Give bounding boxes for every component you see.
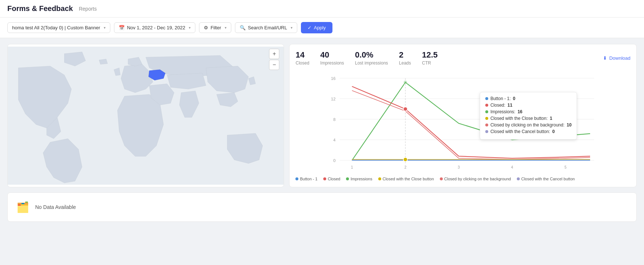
svg-text:3: 3 [458, 165, 460, 169]
page-title: Forms & Feedback [7, 4, 73, 13]
calendar-icon: 📅 [119, 25, 125, 30]
tooltip-dot-closed-bg [485, 124, 488, 126]
tooltip-val-closed: 11 [508, 103, 512, 108]
svg-text:0: 0 [334, 158, 336, 163]
tooltip-val-button: 0 [513, 96, 515, 101]
svg-text:4: 4 [334, 138, 336, 142]
search-icon: 🔍 [240, 25, 246, 30]
legend-button: Button - 1 [295, 177, 317, 181]
tooltip-dot-closed-cancel [485, 130, 488, 133]
tooltip-label-closed-cancel: Closed with the Cancel button: [490, 129, 550, 134]
main-content: + − [0, 38, 644, 228]
breadcrumb[interactable]: Reports [79, 6, 97, 12]
tooltip-dot-button [485, 97, 488, 100]
legend-closed-bg: Closed by clicking on the background [440, 177, 511, 181]
tooltip-label-button: Button - 1: [490, 96, 511, 101]
no-data-panel: 🗂️ No Data Available [7, 192, 637, 222]
svg-point-18 [404, 107, 408, 111]
svg-point-19 [404, 80, 408, 84]
stats-row: 14 Closed 40 Impressions 0.0% Lost impre… [295, 50, 630, 66]
chevron-down-icon: ▾ [291, 26, 292, 30]
checkmark-icon: ✓ [308, 25, 312, 30]
legend-dot-closed [323, 177, 326, 180]
chart-legend: Button - 1 Closed Impressions Closed wit… [295, 177, 630, 181]
chevron-down-icon: ▾ [225, 26, 227, 30]
legend-dot-button [295, 177, 298, 180]
legend-impressions: Impressions [346, 177, 372, 181]
impressions-value: 40 [320, 50, 344, 60]
legend-label-closed: Closed [328, 177, 340, 181]
legend-closed: Closed [323, 177, 340, 181]
stat-closed: 14 Closed [295, 50, 309, 66]
top-row: + − [7, 44, 637, 187]
date-range-selector[interactable]: 📅 Nov 1, 2022 - Dec 19, 2022 ▾ [114, 22, 195, 33]
legend-label-impressions: Impressions [350, 177, 372, 181]
tooltip-label-closed: Closed: [490, 103, 505, 108]
segment-label: homa test All 2(Today 0) | Custom Banner [12, 25, 100, 30]
map-panel: + − [7, 44, 284, 187]
svg-text:1: 1 [351, 165, 353, 169]
zoom-out-button[interactable]: − [269, 60, 279, 70]
tooltip-val-closed-close: 1 [550, 116, 552, 121]
segment-selector[interactable]: homa test All 2(Today 0) | Custom Banner… [7, 22, 110, 33]
tooltip-row-closed-close: Closed with the Close button: 1 [485, 116, 571, 121]
tooltip-row-closed: Closed: 11 [485, 103, 571, 108]
svg-text:4: 4 [511, 165, 514, 169]
legend-label-button: Button - 1 [300, 177, 317, 181]
tooltip-val-closed-cancel: 0 [552, 129, 555, 134]
closed-label: Closed [295, 60, 309, 66]
tooltip-row-button: Button - 1: 0 [485, 96, 571, 101]
chevron-down-icon: ▾ [189, 26, 191, 30]
chart-tooltip: Button - 1: 0 Closed: 11 Impressions: 16 [480, 92, 577, 140]
stat-impressions: 40 Impressions [320, 50, 344, 66]
tooltip-row-impressions: Impressions: 16 [485, 109, 571, 114]
legend-closed-close: Closed with the Close button [378, 177, 434, 181]
svg-text:12: 12 [331, 97, 336, 101]
download-button[interactable]: ⬇ Download [603, 55, 630, 61]
svg-text:16: 16 [331, 76, 336, 81]
no-data-icon: 🗂️ [16, 201, 29, 213]
tooltip-dot-closed [485, 104, 488, 107]
chevron-down-icon: ▾ [104, 26, 106, 30]
legend-label-closed-bg: Closed by clicking on the background [444, 177, 511, 181]
legend-dot-closed-bg [440, 177, 443, 180]
tooltip-dot-closed-close [485, 117, 488, 120]
download-icon: ⬇ [603, 55, 607, 61]
svg-text:5: 5 [564, 165, 567, 169]
lost-impressions-value: 0.0% [355, 50, 388, 60]
ctr-label: CTR [422, 60, 438, 66]
closed-value: 14 [295, 50, 309, 60]
apply-label: Apply [314, 25, 326, 30]
svg-text:2: 2 [405, 165, 407, 169]
world-map [8, 44, 284, 187]
apply-button[interactable]: ✓ Apply [301, 22, 332, 33]
leads-value: 2 [399, 50, 411, 60]
tooltip-label-impressions: Impressions: [490, 109, 515, 114]
chart-panel: 14 Closed 40 Impressions 0.0% Lost impre… [289, 44, 637, 187]
date-range-label: Nov 1, 2022 - Dec 19, 2022 [127, 25, 185, 30]
legend-dot-closed-close [378, 177, 381, 180]
tooltip-label-closed-close: Closed with the Close button: [490, 116, 548, 121]
no-data-text: No Data Available [35, 204, 76, 210]
tooltip-val-closed-bg: 10 [567, 122, 571, 128]
search-selector[interactable]: 🔍 Search Email/URL ▾ [235, 22, 297, 33]
download-label: Download [609, 55, 630, 61]
tooltip-dot-impressions [485, 110, 488, 113]
stat-lost-impressions: 0.0% Lost impressions [355, 50, 388, 66]
ctr-value: 12.5 [422, 50, 438, 60]
lost-impressions-label: Lost impressions [355, 60, 388, 66]
svg-text:8: 8 [334, 117, 336, 122]
filter-selector[interactable]: ⚙ Filter ▾ [199, 22, 231, 33]
chart-area: 16 12 8 4 0 1 2 3 4 5 2 [295, 70, 630, 174]
zoom-in-button[interactable]: + [269, 49, 279, 59]
legend-label-closed-close: Closed with the Close button [383, 177, 434, 181]
tooltip-label-closed-bg: Closed by clicking on the background: [490, 122, 564, 128]
legend-label-closed-cancel: Closed with the Cancel button [521, 177, 575, 181]
stat-ctr: 12.5 CTR [422, 50, 438, 66]
stat-leads: 2 Leads [399, 50, 411, 66]
filter-icon: ⚙ [204, 25, 208, 30]
svg-point-20 [404, 158, 408, 162]
impressions-label: Impressions [320, 60, 344, 66]
search-label: Search Email/URL [248, 25, 287, 30]
leads-label: Leads [399, 60, 411, 66]
